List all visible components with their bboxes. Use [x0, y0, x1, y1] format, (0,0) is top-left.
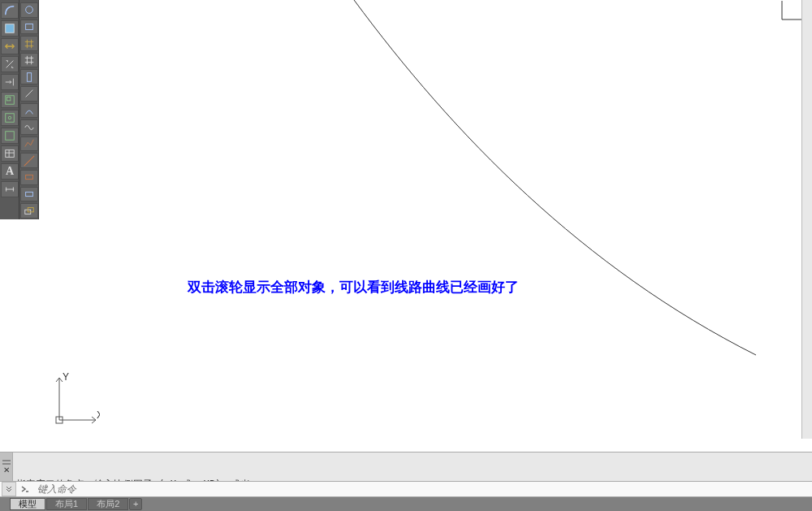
toolbar-col-1: A [0, 0, 19, 219]
command-history: ✕ 指定窗口的角点，输入比例因子 (nX 或 nXP)，或者 [全部(A)/中心… [0, 452, 812, 481]
line-icon[interactable] [20, 86, 38, 102]
text-icon[interactable]: A [1, 163, 19, 180]
table-icon[interactable] [1, 145, 19, 162]
svg-rect-5 [6, 132, 15, 141]
tab-model[interactable]: 模型 [10, 498, 45, 510]
annotation-text: 双击滚轮显示全部对象，可以看到线路曲线已经画好了 [188, 278, 519, 297]
svg-rect-6 [6, 150, 15, 158]
svg-rect-16 [26, 175, 33, 180]
spline-icon[interactable] [20, 119, 38, 135]
scale-icon[interactable] [1, 56, 19, 72]
command-input[interactable] [32, 482, 812, 496]
layout-tabs: 模型 布局1 布局2 + [0, 497, 812, 511]
svg-rect-17 [26, 192, 33, 196]
fillet-icon[interactable] [20, 187, 38, 202]
command-panel-handle[interactable]: ✕ [0, 453, 13, 482]
svg-text:Y: Y [63, 371, 69, 383]
svg-text:X: X [97, 409, 100, 421]
svg-rect-0 [6, 24, 15, 33]
dimension-icon[interactable] [1, 181, 19, 197]
command-line [0, 481, 812, 497]
svg-line-15 [26, 90, 33, 97]
tab-add[interactable]: + [129, 498, 142, 510]
stretch-icon[interactable] [1, 38, 19, 54]
command-recent-icon[interactable] [2, 482, 16, 496]
arc-icon[interactable] [1, 2, 19, 19]
svg-point-4 [8, 116, 11, 119]
svg-point-12 [26, 6, 33, 14]
toolbar-col-2 [19, 0, 39, 219]
copy-icon[interactable] [20, 203, 38, 219]
move-icon[interactable] [20, 69, 38, 84]
drawing-canvas[interactable]: 双击滚轮显示全部对象，可以看到线路曲线已经画好了 X Y [39, 0, 812, 439]
tab-layout2[interactable]: 布局2 [88, 498, 128, 510]
svg-rect-3 [6, 114, 15, 123]
zoom-realtime-icon[interactable] [1, 110, 19, 126]
xline-icon[interactable] [20, 153, 38, 168]
left-toolbar: A [0, 0, 39, 219]
ucs-icon: X Y [51, 371, 100, 431]
extend-icon[interactable] [1, 74, 19, 90]
pline-icon[interactable] [20, 136, 38, 152]
grid2-icon[interactable] [20, 53, 38, 68]
circle-icon[interactable] [20, 2, 38, 18]
drawing-content [39, 0, 812, 439]
zoom-window-icon[interactable] [1, 92, 19, 108]
offset-icon[interactable] [20, 170, 38, 185]
rect-icon[interactable] [20, 19, 38, 35]
command-history-text: 指定窗口的角点，输入比例因子 (nX 或 nXP)，或者 [全部(A)/中心(C… [13, 453, 812, 481]
command-prompt-icon [18, 482, 32, 496]
hatch-icon[interactable] [1, 20, 19, 37]
svg-rect-14 [27, 72, 31, 81]
vertical-scrollbar[interactable] [801, 0, 812, 439]
arc2-icon[interactable] [20, 103, 38, 119]
grid-icon[interactable] [20, 36, 38, 51]
close-icon: ✕ [3, 466, 10, 475]
svg-rect-13 [26, 24, 33, 29]
tab-layout1[interactable]: 布局1 [46, 498, 87, 510]
regen-icon[interactable] [1, 128, 19, 144]
svg-rect-2 [7, 97, 11, 101]
